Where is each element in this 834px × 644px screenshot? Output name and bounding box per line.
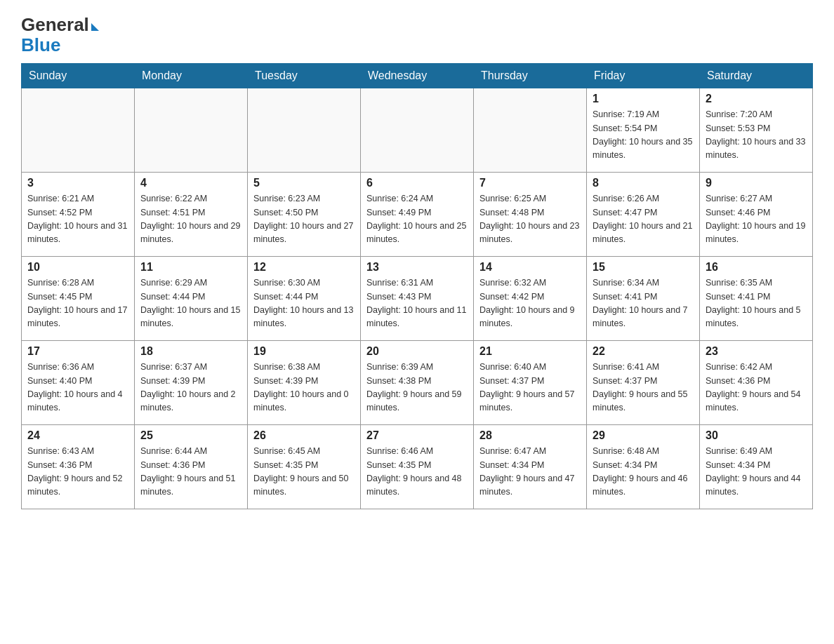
- day-info: Sunrise: 6:35 AMSunset: 4:41 PMDaylight:…: [706, 276, 807, 331]
- day-number: 29: [593, 429, 694, 442]
- day-info: Sunrise: 6:40 AMSunset: 4:37 PMDaylight:…: [479, 361, 581, 415]
- calendar-cell: 2Sunrise: 7:20 AMSunset: 5:53 PMDaylight…: [700, 88, 813, 173]
- calendar-cell: [361, 88, 474, 173]
- calendar-cell: 9Sunrise: 6:27 AMSunset: 4:46 PMDaylight…: [700, 173, 813, 257]
- day-info: Sunrise: 6:48 AMSunset: 4:34 PMDaylight:…: [593, 445, 694, 499]
- calendar-header-row: SundayMondayTuesdayWednesdayThursdayFrid…: [22, 64, 813, 88]
- weekday-header-wednesday: Wednesday: [361, 64, 474, 88]
- calendar-week-row: 1Sunrise: 7:19 AMSunset: 5:54 PMDaylight…: [22, 88, 813, 173]
- day-number: 30: [706, 429, 807, 442]
- day-number: 17: [27, 345, 128, 358]
- day-info: Sunrise: 6:26 AMSunset: 4:47 PMDaylight:…: [593, 192, 694, 247]
- day-info: Sunrise: 6:29 AMSunset: 4:44 PMDaylight:…: [140, 276, 241, 331]
- day-number: 21: [479, 345, 581, 358]
- day-number: 14: [479, 261, 581, 274]
- day-info: Sunrise: 7:20 AMSunset: 5:53 PMDaylight:…: [706, 108, 807, 163]
- day-number: 19: [253, 345, 355, 358]
- day-number: 22: [593, 345, 694, 358]
- day-info: Sunrise: 6:39 AMSunset: 4:38 PMDaylight:…: [366, 361, 468, 415]
- day-info: Sunrise: 6:24 AMSunset: 4:49 PMDaylight:…: [366, 192, 468, 247]
- day-number: 28: [479, 429, 581, 442]
- calendar-cell: 14Sunrise: 6:32 AMSunset: 4:42 PMDayligh…: [474, 257, 587, 341]
- day-number: 11: [140, 261, 241, 274]
- calendar-cell: [474, 88, 587, 173]
- day-info: Sunrise: 6:43 AMSunset: 4:36 PMDaylight:…: [27, 445, 128, 499]
- day-info: Sunrise: 6:38 AMSunset: 4:39 PMDaylight:…: [253, 361, 355, 415]
- calendar-cell: 18Sunrise: 6:37 AMSunset: 4:39 PMDayligh…: [135, 341, 248, 425]
- day-number: 1: [593, 93, 694, 105]
- day-info: Sunrise: 6:37 AMSunset: 4:39 PMDaylight:…: [140, 361, 241, 415]
- calendar-cell: 6Sunrise: 6:24 AMSunset: 4:49 PMDaylight…: [361, 173, 474, 257]
- day-info: Sunrise: 6:23 AMSunset: 4:50 PMDaylight:…: [253, 192, 355, 247]
- day-number: 13: [366, 261, 468, 274]
- calendar-cell: 22Sunrise: 6:41 AMSunset: 4:37 PMDayligh…: [587, 341, 700, 425]
- page-header: General Blue: [21, 14, 813, 56]
- day-info: Sunrise: 6:42 AMSunset: 4:36 PMDaylight:…: [706, 361, 807, 415]
- day-info: Sunrise: 6:46 AMSunset: 4:35 PMDaylight:…: [366, 445, 468, 499]
- calendar-cell: 1Sunrise: 7:19 AMSunset: 5:54 PMDaylight…: [587, 88, 700, 173]
- day-number: 12: [253, 261, 355, 274]
- calendar-table: SundayMondayTuesdayWednesdayThursdayFrid…: [21, 63, 813, 509]
- weekday-header-saturday: Saturday: [700, 64, 813, 88]
- day-number: 2: [706, 93, 807, 105]
- calendar-cell: 26Sunrise: 6:45 AMSunset: 4:35 PMDayligh…: [248, 425, 361, 509]
- day-info: Sunrise: 6:28 AMSunset: 4:45 PMDaylight:…: [27, 276, 128, 331]
- day-info: Sunrise: 6:49 AMSunset: 4:34 PMDaylight:…: [706, 445, 807, 499]
- day-number: 15: [593, 261, 694, 274]
- day-info: Sunrise: 6:31 AMSunset: 4:43 PMDaylight:…: [366, 276, 468, 331]
- day-number: 9: [706, 177, 807, 189]
- weekday-header-monday: Monday: [135, 64, 248, 88]
- calendar-cell: 12Sunrise: 6:30 AMSunset: 4:44 PMDayligh…: [248, 257, 361, 341]
- day-info: Sunrise: 6:47 AMSunset: 4:34 PMDaylight:…: [479, 445, 581, 499]
- calendar-cell: 21Sunrise: 6:40 AMSunset: 4:37 PMDayligh…: [474, 341, 587, 425]
- calendar-cell: 30Sunrise: 6:49 AMSunset: 4:34 PMDayligh…: [700, 425, 813, 509]
- day-info: Sunrise: 6:25 AMSunset: 4:48 PMDaylight:…: [479, 192, 581, 247]
- calendar-week-row: 17Sunrise: 6:36 AMSunset: 4:40 PMDayligh…: [22, 341, 813, 425]
- calendar-cell: 7Sunrise: 6:25 AMSunset: 4:48 PMDaylight…: [474, 173, 587, 257]
- day-info: Sunrise: 6:45 AMSunset: 4:35 PMDaylight:…: [253, 445, 355, 499]
- calendar-cell: 27Sunrise: 6:46 AMSunset: 4:35 PMDayligh…: [361, 425, 474, 509]
- day-number: 26: [253, 429, 355, 442]
- calendar-cell: 16Sunrise: 6:35 AMSunset: 4:41 PMDayligh…: [700, 257, 813, 341]
- calendar-week-row: 3Sunrise: 6:21 AMSunset: 4:52 PMDaylight…: [22, 173, 813, 257]
- calendar-cell: [22, 88, 135, 173]
- calendar-cell: 4Sunrise: 6:22 AMSunset: 4:51 PMDaylight…: [135, 173, 248, 257]
- day-number: 18: [140, 345, 241, 358]
- logo-area: General Blue: [21, 14, 99, 56]
- weekday-header-sunday: Sunday: [22, 64, 135, 88]
- day-number: 4: [140, 177, 241, 189]
- calendar-cell: 5Sunrise: 6:23 AMSunset: 4:50 PMDaylight…: [248, 173, 361, 257]
- day-number: 23: [706, 345, 807, 358]
- calendar-cell: [248, 88, 361, 173]
- day-info: Sunrise: 6:22 AMSunset: 4:51 PMDaylight:…: [140, 192, 241, 247]
- calendar-week-row: 10Sunrise: 6:28 AMSunset: 4:45 PMDayligh…: [22, 257, 813, 341]
- day-info: Sunrise: 6:41 AMSunset: 4:37 PMDaylight:…: [593, 361, 694, 415]
- day-info: Sunrise: 6:44 AMSunset: 4:36 PMDaylight:…: [140, 445, 241, 499]
- calendar-cell: 23Sunrise: 6:42 AMSunset: 4:36 PMDayligh…: [700, 341, 813, 425]
- calendar-cell: 11Sunrise: 6:29 AMSunset: 4:44 PMDayligh…: [135, 257, 248, 341]
- day-info: Sunrise: 6:32 AMSunset: 4:42 PMDaylight:…: [479, 276, 581, 331]
- day-number: 20: [366, 345, 468, 358]
- day-info: Sunrise: 6:21 AMSunset: 4:52 PMDaylight:…: [27, 192, 128, 247]
- calendar-week-row: 24Sunrise: 6:43 AMSunset: 4:36 PMDayligh…: [22, 425, 813, 509]
- calendar-cell: 24Sunrise: 6:43 AMSunset: 4:36 PMDayligh…: [22, 425, 135, 509]
- day-info: Sunrise: 6:30 AMSunset: 4:44 PMDaylight:…: [253, 276, 355, 331]
- weekday-header-friday: Friday: [587, 64, 700, 88]
- calendar-cell: 10Sunrise: 6:28 AMSunset: 4:45 PMDayligh…: [22, 257, 135, 341]
- calendar-cell: 15Sunrise: 6:34 AMSunset: 4:41 PMDayligh…: [587, 257, 700, 341]
- calendar-cell: 29Sunrise: 6:48 AMSunset: 4:34 PMDayligh…: [587, 425, 700, 509]
- day-info: Sunrise: 6:27 AMSunset: 4:46 PMDaylight:…: [706, 192, 807, 247]
- day-number: 7: [479, 177, 581, 189]
- calendar-cell: 13Sunrise: 6:31 AMSunset: 4:43 PMDayligh…: [361, 257, 474, 341]
- calendar-cell: 28Sunrise: 6:47 AMSunset: 4:34 PMDayligh…: [474, 425, 587, 509]
- calendar-cell: 3Sunrise: 6:21 AMSunset: 4:52 PMDaylight…: [22, 173, 135, 257]
- day-number: 8: [593, 177, 694, 189]
- day-number: 16: [706, 261, 807, 274]
- day-number: 10: [27, 261, 128, 274]
- day-number: 3: [27, 177, 128, 189]
- day-info: Sunrise: 7:19 AMSunset: 5:54 PMDaylight:…: [593, 108, 694, 163]
- calendar-cell: 8Sunrise: 6:26 AMSunset: 4:47 PMDaylight…: [587, 173, 700, 257]
- day-info: Sunrise: 6:34 AMSunset: 4:41 PMDaylight:…: [593, 276, 694, 331]
- calendar-cell: 19Sunrise: 6:38 AMSunset: 4:39 PMDayligh…: [248, 341, 361, 425]
- weekday-header-thursday: Thursday: [474, 64, 587, 88]
